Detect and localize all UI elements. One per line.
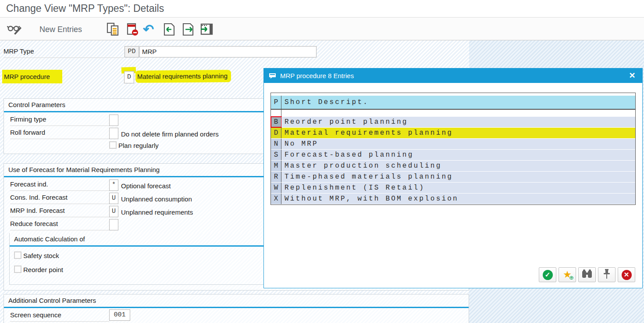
- safety-stock-label: Safety stock: [23, 252, 59, 259]
- mrp-ind-forecast-note: Unplanned requirements: [121, 208, 193, 216]
- delete-icon: [125, 22, 139, 36]
- mrp-type-key-field[interactable]: PD: [125, 46, 139, 57]
- page-title: Change View "MRP Types": Details: [6, 3, 164, 14]
- other-entry-button[interactable]: [200, 22, 214, 37]
- copy-icon: [106, 22, 120, 36]
- forecast-group-title: Use of Forecast for Material Requirement…: [8, 166, 160, 173]
- table-row[interactable]: R Time-phased materials planning: [271, 172, 635, 182]
- row-key-cell[interactable]: M: [271, 161, 281, 171]
- row-desc-cell[interactable]: No MRP: [281, 139, 635, 149]
- table-row[interactable]: S Forecast-based planning: [271, 150, 635, 160]
- additional-parameters-title: Additional Control Parameters: [8, 297, 96, 304]
- additional-parameters-group: Additional Control Parameters Screen seq…: [4, 294, 469, 323]
- row-key-cell[interactable]: B: [271, 117, 281, 127]
- new-entries-label: New Entries: [39, 25, 82, 34]
- binoculars-icon: [581, 269, 593, 280]
- table-gap-row: [271, 110, 635, 117]
- reorder-point-label: Reorder point: [23, 266, 63, 273]
- forecast-ind-field[interactable]: *: [109, 179, 118, 191]
- row-desc-cell[interactable]: Reorder point planning: [281, 117, 635, 127]
- insert-in-personal-list-button[interactable]: ★ ⊕: [559, 267, 576, 282]
- mrp-procedure-entries-dialog: MRP procedure 8 Entries ✕ P Short Descri…: [263, 68, 643, 288]
- delete-button[interactable]: [125, 22, 139, 37]
- document-arrow-right-icon: [181, 22, 195, 36]
- mrp-procedure-key-field[interactable]: D: [124, 71, 134, 83]
- entries-table: P Short Descript. B Reorder point planni…: [270, 93, 636, 205]
- header-desc-cell: Short Descript.: [281, 96, 635, 109]
- table-header-row: P Short Descript.: [271, 96, 635, 110]
- table-row[interactable]: N No MRP: [271, 139, 635, 149]
- continue-button[interactable]: ✓: [539, 267, 556, 282]
- row-desc-cell[interactable]: Replenishment (IS Retail): [281, 183, 635, 193]
- firming-type-label: Firming type: [10, 115, 109, 126]
- previous-entry-button[interactable]: [163, 22, 176, 37]
- arrow-into-page-icon: [200, 22, 214, 36]
- next-entry-button[interactable]: [181, 22, 195, 37]
- row-desc-cell[interactable]: Master production scheduling: [281, 161, 635, 171]
- document-arrow-left-icon: [163, 22, 176, 36]
- plan-regularly-checkbox[interactable]: [109, 141, 117, 149]
- reorder-point-checkbox[interactable]: [14, 266, 21, 273]
- reduce-forecast-label: Reduce forecast: [10, 220, 109, 230]
- undo-button[interactable]: ↶: [143, 22, 154, 37]
- hold-button[interactable]: [598, 267, 616, 282]
- red-x-icon: ✕: [622, 270, 632, 280]
- table-row-highlighted[interactable]: D Material requirements planning: [271, 128, 635, 138]
- auto-calc-title: Automatic Calculation of: [14, 235, 85, 243]
- mrp-type-description-field[interactable]: MRP: [139, 46, 317, 57]
- row-key-cell[interactable]: N: [271, 139, 281, 149]
- plan-regularly-label: Plan regularly: [118, 142, 159, 149]
- glasses-pencil-icon: [7, 23, 22, 36]
- header-key-cell: P: [271, 96, 281, 109]
- possible-entries-icon: [269, 73, 277, 79]
- screen-sequence-label: Screen sequence: [10, 311, 109, 322]
- plus-circle-icon: ⊕: [569, 275, 574, 280]
- pushpin-icon: [603, 269, 611, 281]
- close-icon[interactable]: ✕: [626, 70, 638, 81]
- reduce-forecast-field[interactable]: [109, 219, 118, 230]
- forecast-ind-label: Forecast ind.: [10, 180, 109, 191]
- row-key-cell[interactable]: R: [271, 172, 281, 182]
- safety-stock-checkbox[interactable]: [14, 251, 21, 259]
- cancel-button[interactable]: ✕: [618, 267, 635, 282]
- table-row[interactable]: B Reorder point planning: [271, 117, 635, 127]
- application-toolbar: New Entries ↶: [0, 18, 644, 40]
- table-row[interactable]: W Replenishment (IS Retail): [271, 183, 635, 193]
- title-bar: Change View "MRP Types": Details: [0, 0, 644, 18]
- group-rule: [4, 307, 469, 308]
- table-row[interactable]: M Master production scheduling: [271, 161, 635, 171]
- new-entries-button[interactable]: New Entries: [37, 22, 85, 37]
- dialog-button-bar: ✓ ★ ⊕: [539, 267, 635, 282]
- mrp-ind-forecast-label: MRP Ind. Forecast: [10, 207, 109, 217]
- mrp-ind-forecast-field[interactable]: U: [109, 206, 118, 217]
- row-key-cell[interactable]: X: [271, 194, 281, 204]
- row-desc-cell[interactable]: Material requirements planning: [281, 128, 635, 138]
- find-button[interactable]: [578, 267, 596, 282]
- forecast-ind-note: Optional forecast: [121, 182, 171, 190]
- row-key-cell[interactable]: D: [271, 128, 281, 138]
- control-parameters-title: Control Parameters: [8, 101, 65, 108]
- roll-forward-note: Do not delete firm planned orders: [121, 130, 219, 138]
- green-check-icon: ✓: [543, 270, 553, 280]
- mrp-type-label: MRP Type: [4, 47, 124, 58]
- roll-forward-label: Roll forward: [10, 129, 109, 139]
- dialog-title: MRP procedure 8 Entries: [280, 72, 354, 79]
- firming-type-field[interactable]: [109, 115, 118, 126]
- table-row[interactable]: X Without MRP, with BOM explosion: [271, 194, 635, 204]
- dialog-header[interactable]: MRP procedure 8 Entries ✕: [264, 68, 642, 83]
- mrp-procedure-description: Material requirements planning: [135, 70, 231, 83]
- undo-icon: ↶: [143, 23, 154, 36]
- display-change-button[interactable]: [7, 22, 22, 37]
- row-desc-cell[interactable]: Without MRP, with BOM explosion: [281, 194, 635, 204]
- mrp-procedure-label: MRP procedure: [4, 73, 50, 80]
- row-desc-cell[interactable]: Forecast-based planning: [281, 150, 635, 160]
- cons-ind-forecast-label: Cons. Ind. Forecast: [10, 194, 109, 204]
- cons-ind-forecast-field[interactable]: U: [109, 193, 118, 204]
- copy-button[interactable]: [106, 22, 120, 37]
- row-key-cell[interactable]: S: [271, 150, 281, 160]
- roll-forward-field[interactable]: [109, 128, 118, 139]
- screen-sequence-field[interactable]: 001: [109, 309, 130, 321]
- row-key-cell[interactable]: W: [271, 183, 281, 193]
- cons-ind-forecast-note: Unplanned consumption: [121, 195, 192, 203]
- row-desc-cell[interactable]: Time-phased materials planning: [281, 172, 635, 182]
